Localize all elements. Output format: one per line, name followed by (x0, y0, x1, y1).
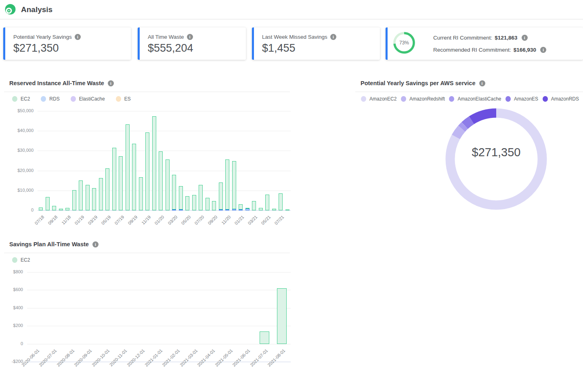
bar-RDS-02/21[interactable] (245, 209, 250, 210)
bar-EC2-07/21[interactable] (279, 193, 283, 210)
bar-EC2-07/19[interactable] (119, 156, 123, 210)
bar-EC2-12/19[interactable] (152, 116, 156, 210)
bar-EC2-11/20[interactable] (225, 159, 229, 210)
brand-swirl-icon (4, 4, 16, 16)
bar-EC2-04/19[interactable] (99, 178, 103, 210)
donut-segment-AmazonElastiCache[interactable] (440, 103, 553, 216)
row-value: $166,930 (514, 47, 536, 53)
bar-EC2-03/20[interactable] (172, 175, 176, 210)
kpi-label: All Time Waste (148, 34, 184, 40)
bar-EC2-06/21[interactable] (272, 209, 276, 210)
legend-item-EC2[interactable]: EC2 (12, 257, 30, 263)
bar-EC2-02/21[interactable] (245, 208, 250, 209)
bar-EC2-06/20[interactable] (192, 195, 196, 210)
info-icon[interactable] (330, 34, 336, 40)
bar-EC2-09/18[interactable] (52, 206, 56, 210)
bar-RDS-11/20[interactable] (225, 210, 229, 210)
donut-segment-AmazonRedshift[interactable] (440, 103, 553, 216)
legend-item-AmazonElastiCache[interactable]: AmazonElastiCache (449, 96, 501, 102)
donut-segment-AmazonRDS[interactable] (440, 103, 553, 216)
legend-dot-icon (12, 257, 17, 263)
gridline (27, 344, 291, 344)
x-axis-label: 2021-02-01 (146, 348, 180, 383)
bar-EC2-07/18[interactable] (39, 208, 43, 210)
info-icon[interactable] (522, 35, 528, 41)
gridline (38, 111, 291, 111)
y-axis-label: -$200 (0, 359, 23, 364)
bar-EC2-06/19[interactable] (112, 148, 116, 210)
bar-EC2-02/20[interactable] (166, 159, 170, 210)
x-axis-label: 2021-03-01 (164, 348, 198, 383)
bar-EC2-10/18[interactable] (59, 209, 63, 210)
info-icon[interactable] (479, 80, 485, 86)
bar-EC2-2021-07-01[interactable] (260, 331, 269, 344)
gridline (27, 326, 291, 326)
bar-EC2-12/18[interactable] (72, 190, 76, 210)
divider (4, 253, 290, 253)
bar-EC2-01/21[interactable] (239, 204, 243, 210)
legend-item-AmazonEC2[interactable]: AmazonEC2 (361, 96, 396, 102)
bar-EC2-11/19[interactable] (145, 132, 149, 210)
bar-EC2-04/20[interactable] (179, 186, 183, 210)
legend-dot-icon (505, 96, 511, 102)
bar-EC2-11/18[interactable] (65, 208, 69, 210)
gridline (38, 131, 291, 131)
legend-dot-icon (116, 96, 121, 102)
recommended-ri-commitment-row: Recommended RI Commitment: $166,930 (433, 46, 546, 54)
info-icon[interactable] (540, 47, 546, 53)
legend-item-EC2[interactable]: EC2 (12, 96, 30, 102)
app-header: Analysis (0, 0, 583, 19)
bar-EC2-03/19[interactable] (92, 188, 96, 210)
gridline (27, 272, 291, 273)
legend-item-AmazonES[interactable]: AmazonES (505, 96, 538, 102)
legend-label: AmazonRedshift (409, 96, 445, 102)
bar-EC2-04/21[interactable] (259, 208, 263, 210)
info-icon[interactable] (187, 34, 193, 40)
donut-segment-AmazonES[interactable] (440, 103, 553, 216)
bar-RDS-03/20[interactable] (172, 210, 176, 210)
bar-EC2-09/19[interactable] (132, 144, 136, 210)
bar-EC2-2021-08-01[interactable] (277, 288, 287, 344)
bar-EC2-05/19[interactable] (105, 168, 109, 210)
bar-EC2-05/20[interactable] (185, 196, 189, 210)
legend-item-ES[interactable]: ES (116, 96, 131, 102)
info-icon[interactable] (92, 241, 99, 247)
legend-label: EC2 (21, 257, 30, 263)
bar-EC2-03/21[interactable] (252, 201, 256, 210)
bar-RDS-12/20[interactable] (232, 209, 236, 210)
x-axis-label: 2020-08-01 (40, 348, 75, 383)
bar-EC2-02/19[interactable] (86, 185, 90, 210)
row-label: Recommended RI Commitment: (433, 47, 511, 53)
bar-EC2-08/19[interactable] (126, 124, 130, 210)
bar-RDS-04/20[interactable] (179, 210, 183, 210)
bar-EC2-10/20[interactable] (219, 182, 223, 210)
legend-item-ElastiCache[interactable]: ElastiCache (71, 96, 105, 102)
bar-EC2-01/20[interactable] (159, 151, 163, 210)
bar-EC2-08/21[interactable] (285, 210, 289, 210)
gridline (38, 171, 291, 171)
bar-RDS-10/20[interactable] (219, 210, 223, 210)
bar-EC2-09/20[interactable] (212, 201, 216, 210)
info-icon[interactable] (75, 34, 81, 40)
donut-chart (440, 103, 553, 216)
y-axis-label: 0 (5, 208, 34, 212)
bar-EC2-10/19[interactable] (139, 177, 143, 210)
x-axis-label: 2021-08-01 (251, 348, 286, 383)
legend-item-AmazonRDS[interactable]: AmazonRDS (543, 96, 579, 102)
legend-dot-icon (449, 96, 454, 102)
bar-EC2-08/20[interactable] (206, 198, 210, 210)
info-icon[interactable] (108, 80, 114, 86)
bar-EC2-01/19[interactable] (79, 180, 83, 210)
bar-RDS-01/21[interactable] (239, 210, 243, 210)
bar-EC2-07/20[interactable] (199, 185, 203, 210)
page-title: Analysis (21, 0, 52, 19)
legend-item-AmazonRedshift[interactable]: AmazonRedshift (401, 96, 445, 102)
x-axis-label: 2021-04-01 (181, 348, 216, 383)
bar-EC2-05/21[interactable] (265, 195, 269, 210)
kpi-card-ri-commitment: 73% Current RI Commitment: $121,863 Reco… (386, 27, 583, 60)
x-axis-label: 2020-11-01 (93, 348, 128, 383)
bar-EC2-08/18[interactable] (46, 197, 50, 210)
x-axis-label: 2020-07-01 (23, 348, 58, 383)
legend-item-RDS[interactable]: RDS (41, 96, 59, 102)
bar-EC2-12/20[interactable] (232, 161, 236, 209)
